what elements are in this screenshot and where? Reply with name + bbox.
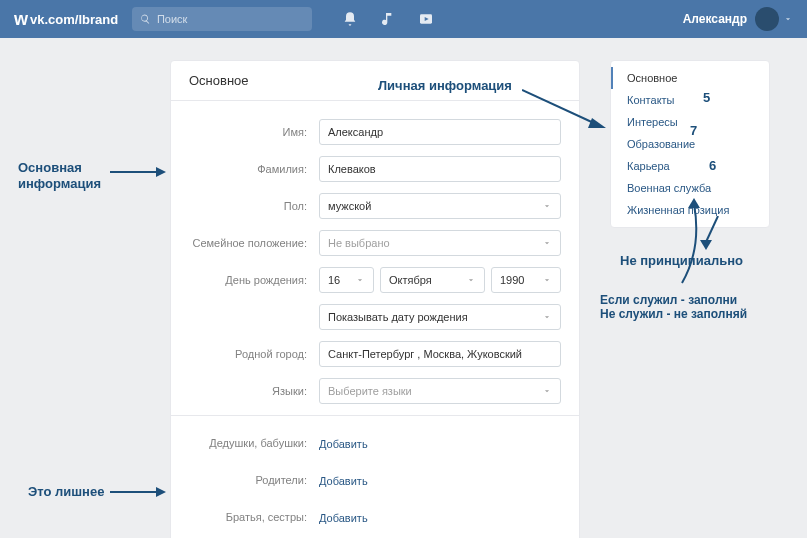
- gender-value: мужской: [328, 200, 371, 212]
- birthday-year: 1990: [500, 274, 524, 286]
- search-input[interactable]: [157, 13, 304, 25]
- birthday-month-select[interactable]: Октября: [380, 267, 485, 293]
- name-label: Имя:: [189, 126, 319, 138]
- languages-label: Языки:: [189, 385, 319, 397]
- vk-logo[interactable]: w: [14, 9, 28, 30]
- gender-select[interactable]: мужской: [319, 193, 561, 219]
- siblings-label: Братья, сестры:: [189, 511, 319, 523]
- chevron-down-icon: [542, 275, 552, 285]
- annotation-extra: Это лишнее: [28, 484, 104, 500]
- user-name[interactable]: Александр: [683, 12, 747, 26]
- birthday-month: Октября: [389, 274, 432, 286]
- sidebar-item-contacts[interactable]: Контакты: [611, 89, 769, 111]
- music-icon[interactable]: [380, 11, 396, 27]
- add-siblings-link[interactable]: Добавить: [319, 512, 368, 524]
- languages-select[interactable]: Выберите языки: [319, 378, 561, 404]
- sidebar-item-career[interactable]: Карьера: [611, 155, 769, 177]
- svg-marker-4: [156, 487, 166, 497]
- sidebar-item-military[interactable]: Военная служба: [611, 177, 769, 199]
- top-icons: [342, 11, 434, 27]
- divider: [171, 415, 579, 416]
- birthday-day-select[interactable]: 16: [319, 267, 374, 293]
- grandparents-label: Дедушки, бабушки:: [189, 437, 319, 449]
- svg-marker-6: [588, 118, 606, 128]
- name-input[interactable]: [319, 119, 561, 145]
- chevron-down-icon: [355, 275, 365, 285]
- chevron-down-icon: [542, 386, 552, 396]
- marital-select[interactable]: Не выбрано: [319, 230, 561, 256]
- hometown-input[interactable]: [319, 341, 561, 367]
- annotation-not-important: Не принципиально: [620, 253, 743, 269]
- add-grandparents-link[interactable]: Добавить: [319, 438, 368, 450]
- avatar[interactable]: [755, 7, 779, 31]
- svg-marker-8: [700, 240, 712, 250]
- chevron-down-icon: [466, 275, 476, 285]
- birthday-day: 16: [328, 274, 340, 286]
- annotation-served: Если служил - заполни Не служил - не зап…: [600, 293, 747, 322]
- annotation-num-5: 5: [703, 90, 710, 106]
- search-wrap[interactable]: [132, 7, 312, 31]
- annotation-personal-info: Личная информация: [378, 78, 512, 94]
- chevron-down-icon: [542, 238, 552, 248]
- settings-panel: Основное Имя: Фамилия: Пол: мужской Семе…: [170, 60, 580, 538]
- add-parents-link[interactable]: Добавить: [319, 475, 368, 487]
- annotation-num-7: 7: [690, 123, 697, 139]
- video-icon[interactable]: [418, 11, 434, 27]
- bell-icon[interactable]: [342, 11, 358, 27]
- chevron-down-icon[interactable]: [783, 10, 793, 28]
- parents-label: Родители:: [189, 474, 319, 486]
- birthday-year-select[interactable]: 1990: [491, 267, 561, 293]
- annotation-main-info: Основная информация: [18, 160, 101, 191]
- annotation-num-6: 6: [709, 158, 716, 174]
- birthday-visibility-select[interactable]: Показывать дату рождения: [319, 304, 561, 330]
- marital-value: Не выбрано: [328, 237, 390, 249]
- search-icon: [140, 13, 151, 25]
- settings-sidebar: Основное Контакты Интересы Образование К…: [610, 60, 770, 228]
- surname-input[interactable]: [319, 156, 561, 182]
- svg-marker-2: [156, 167, 166, 177]
- chevron-down-icon: [542, 312, 552, 322]
- topbar: w vk.com/lbrand Александр: [0, 0, 807, 38]
- arrow-icon: [110, 482, 166, 502]
- marital-label: Семейное положение:: [189, 237, 319, 249]
- birthday-visibility: Показывать дату рождения: [328, 311, 468, 323]
- chevron-down-icon: [542, 201, 552, 211]
- gender-label: Пол:: [189, 200, 319, 212]
- arrow-icon: [110, 162, 166, 182]
- sidebar-item-main[interactable]: Основное: [611, 67, 769, 89]
- hometown-label: Родной город:: [189, 348, 319, 360]
- surname-label: Фамилия:: [189, 163, 319, 175]
- page-title: Основное: [171, 61, 579, 101]
- sidebar-item-position[interactable]: Жизненная позиция: [611, 199, 769, 221]
- birthday-label: День рождения:: [189, 274, 319, 286]
- page-url: vk.com/lbrand: [30, 12, 118, 27]
- languages-value: Выберите языки: [328, 385, 412, 397]
